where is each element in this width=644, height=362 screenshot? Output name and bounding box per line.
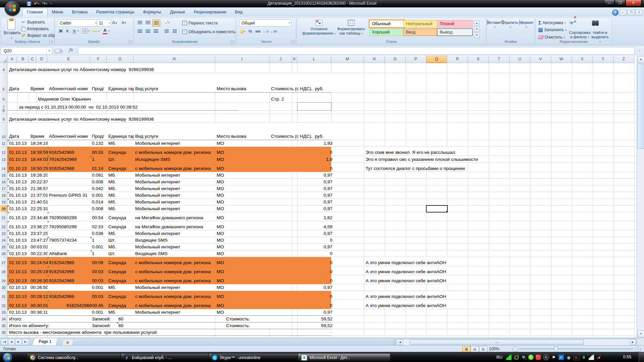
zoom-level[interactable]: 100% bbox=[489, 347, 499, 351]
italic-button[interactable]: К bbox=[64, 28, 71, 34]
scroll-right-icon[interactable]: ▶ bbox=[630, 339, 636, 345]
note-r12[interactable]: Это спив мне звонил. Я его не расслышал. bbox=[364, 147, 459, 156]
cell-duration-r22[interactable]: 02:33 bbox=[91, 221, 109, 230]
cell-time-r13[interactable]: 18:44:03 bbox=[29, 156, 50, 163]
column-header-K[interactable]: K bbox=[292, 56, 297, 63]
razer-icon[interactable]: ⋔ bbox=[581, 355, 587, 360]
skype-status-icon[interactable]: ✔ bbox=[528, 355, 534, 360]
cell-cost-r16[interactable]: 0,97 bbox=[298, 179, 334, 185]
row-header-11[interactable]: 11 bbox=[0, 140, 7, 147]
header-cost[interactable]: Стоимость (с НДС), руб. bbox=[270, 123, 333, 140]
cell-service-r25[interactable]: Мобильный интернет bbox=[134, 244, 217, 250]
scroll-down-icon[interactable]: ▼ bbox=[637, 330, 644, 338]
row-header-10[interactable]: 10 bbox=[0, 123, 7, 140]
cell-service-r11[interactable]: Мобильный интернет bbox=[134, 140, 217, 146]
cell-number-r17[interactable] bbox=[48, 185, 93, 192]
restore-button[interactable]: ❐ bbox=[615, 0, 625, 6]
cell-style-4[interactable]: Хороший bbox=[369, 28, 405, 36]
cell-date-r16[interactable]: 01.10.13 bbox=[8, 179, 31, 185]
scroll-left-icon[interactable]: ◀ bbox=[397, 339, 403, 345]
cell-number-r30[interactable] bbox=[48, 284, 93, 291]
cell-records-label-r34[interactable]: Записей: bbox=[91, 316, 119, 322]
column-header-A[interactable]: A bbox=[7, 56, 17, 63]
cell-duration-r27[interactable]: 00:09 bbox=[91, 257, 109, 266]
cell-cost-r30[interactable]: 0,97 bbox=[298, 284, 334, 291]
column-header-D[interactable]: D bbox=[36, 56, 47, 63]
usb-icon[interactable]: Ψ bbox=[521, 355, 526, 360]
cell-date-r25[interactable]: 02.10.13 bbox=[8, 244, 31, 250]
cell-place-r14[interactable]: МО bbox=[215, 163, 272, 172]
row-header-24[interactable]: 24 bbox=[0, 237, 7, 244]
security-red-icon[interactable] bbox=[536, 355, 541, 360]
align-middle-button[interactable] bbox=[144, 19, 152, 26]
row-header-15[interactable]: 15 bbox=[0, 172, 7, 179]
delete-cells-button[interactable]: ✕ Удалить▾ bbox=[503, 20, 518, 28]
header-service[interactable]: Вид услуги bbox=[134, 73, 217, 92]
column-header-S[interactable]: S bbox=[468, 56, 489, 63]
column-header-L[interactable]: L bbox=[297, 56, 331, 63]
cell-duration-r28[interactable]: 00:03 bbox=[91, 266, 109, 275]
cell-cost-r32[interactable]: 0 bbox=[298, 300, 334, 309]
undo-button[interactable]: ↶▾ bbox=[33, 1, 41, 7]
cell-unit-r14[interactable]: Секунда bbox=[107, 163, 136, 172]
cell-time-r26[interactable]: 00:22:30 bbox=[29, 250, 50, 257]
cell-unit-r32[interactable]: Секунда bbox=[107, 300, 136, 309]
cell-date-r15[interactable]: 01.10.13 bbox=[8, 172, 31, 178]
row-header-27[interactable]: 27 bbox=[0, 257, 7, 266]
cell-date-r18[interactable]: 01.10.13 bbox=[8, 192, 31, 198]
tab-split-handle[interactable] bbox=[393, 339, 395, 345]
cell-place-r25[interactable]: МО bbox=[215, 244, 272, 250]
column-header-W[interactable]: W bbox=[551, 56, 572, 63]
note-r31[interactable]: А это умник подключил себе антиАОН bbox=[364, 291, 449, 300]
cell-records-r34[interactable]: 60 bbox=[117, 316, 143, 322]
signal-bars-green-icon[interactable] bbox=[506, 355, 512, 360]
cell-unit-r26[interactable]: Шт. bbox=[107, 250, 136, 257]
cell-text-r7-0[interactable]: за период с 01.10.2013 00:00:00 по 02.10… bbox=[17, 103, 141, 110]
cell-duration-r21[interactable]: 00:54 bbox=[91, 212, 109, 221]
cell-date-r23[interactable]: 01.10.13 bbox=[8, 230, 31, 237]
cell-unit-r28[interactable]: Секунда bbox=[107, 266, 136, 275]
conditional-formatting-button[interactable]: Условное форматирование ▾ bbox=[300, 20, 338, 36]
cell-text-r9-0[interactable]: Детализация оказанных услуг по Абонентск… bbox=[8, 114, 157, 122]
cell-time-r16[interactable]: 20:22:37 bbox=[29, 179, 50, 185]
cell-date-r31[interactable]: 02.10.13 bbox=[8, 291, 31, 300]
cell-time-r24[interactable]: 23:47:27 bbox=[29, 237, 50, 243]
workbook-minimize-button[interactable]: — bbox=[620, 10, 627, 15]
cell-cost-r22[interactable]: 4,59 bbox=[298, 221, 334, 230]
cell-time-r19[interactable]: 21:40:51 bbox=[29, 199, 50, 205]
row-header-17[interactable]: 17 bbox=[0, 185, 7, 192]
header-number[interactable]: Абонентский номе bbox=[48, 73, 93, 92]
cell-place-r24[interactable]: МО bbox=[215, 237, 272, 243]
cell-cost-r17[interactable]: 0,97 bbox=[298, 185, 334, 192]
vertical-scroll-thumb[interactable] bbox=[637, 64, 644, 149]
save-button[interactable] bbox=[25, 1, 33, 7]
cell-place-r11[interactable]: МО bbox=[215, 140, 272, 146]
cell-service-r30[interactable]: Мобильный интернет bbox=[134, 284, 217, 291]
insert-function-button[interactable]: ƒx bbox=[66, 47, 76, 54]
cell-place-r32[interactable]: МО bbox=[215, 300, 272, 309]
cell-place-r17[interactable]: МО bbox=[215, 185, 272, 192]
note-r13[interactable]: Это я отправил смс с указанием плохой сл… bbox=[364, 156, 481, 163]
cell-duration-r15[interactable]: 0.091 bbox=[91, 172, 109, 178]
cell-cost-r25[interactable]: 0,97 bbox=[298, 244, 334, 250]
flag-icon[interactable]: ⚑ bbox=[551, 355, 556, 360]
cell-number-r13[interactable]: 79162542969 bbox=[48, 156, 93, 163]
cell-cost-r35[interactable]: 59,52 bbox=[298, 322, 334, 329]
insert-worksheet-button[interactable]: ✱ bbox=[61, 339, 74, 346]
column-header-V[interactable]: V bbox=[530, 56, 551, 63]
cell-service-r31[interactable]: с мобильных номеров дом. региона bbox=[134, 291, 217, 300]
cell-duration-r12[interactable]: 00:33 bbox=[91, 147, 109, 156]
cell-date-r29[interactable]: 02.10.13 bbox=[8, 275, 31, 284]
row-header-34[interactable]: 34 bbox=[0, 316, 7, 322]
formula-input[interactable] bbox=[78, 47, 635, 55]
borders-button[interactable] bbox=[82, 28, 88, 34]
row-header-25[interactable]: 25 bbox=[0, 244, 7, 250]
normal-view-button[interactable]: ▦ bbox=[462, 346, 471, 352]
cell-number-r23[interactable] bbox=[48, 230, 93, 237]
cell-cost-label-r34[interactable]: Стоимость: bbox=[215, 316, 281, 322]
cell-place-r30[interactable]: МО bbox=[215, 284, 272, 291]
cell-total-label-r34[interactable]: Итого: bbox=[8, 316, 93, 322]
cell-date-r33[interactable]: 02.10.13 bbox=[8, 309, 31, 315]
cell-cost-r20[interactable]: 0,97 bbox=[298, 205, 334, 212]
cell-records-label-r35[interactable]: Записей: bbox=[91, 322, 119, 329]
